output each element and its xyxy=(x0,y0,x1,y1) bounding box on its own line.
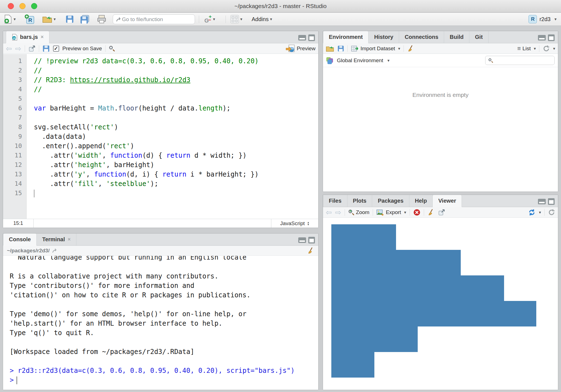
code-line[interactable]: // !preview r2d3 data=c(0.3, 0.6, 0.8, 0… xyxy=(34,56,318,66)
code-editor[interactable]: 123456789101112131415 // !preview r2d3 d… xyxy=(3,54,318,219)
tab-connections[interactable]: Connections xyxy=(399,31,444,43)
tab-build[interactable]: Build xyxy=(444,31,469,43)
code-token: , xyxy=(98,180,106,188)
tab-environment[interactable]: Environment xyxy=(323,31,369,43)
viewer-content[interactable] xyxy=(323,218,558,390)
chart-bar xyxy=(331,301,536,326)
code-line[interactable]: svg.selectAll('rect') xyxy=(34,122,318,132)
export-button[interactable]: Export ▾ xyxy=(376,209,406,216)
project-selector[interactable]: R r2d3 ▾ xyxy=(529,13,557,26)
maximize-pane-icon[interactable] xyxy=(308,34,315,41)
open-file-dropdown-caret[interactable]: ▾ xyxy=(54,17,56,22)
tab-close-icon[interactable]: × xyxy=(68,237,71,242)
tab-terminal[interactable]: Terminal× xyxy=(37,233,76,245)
code-token: 'width' xyxy=(74,152,102,159)
save-all-button[interactable] xyxy=(80,13,89,26)
save-workspace-icon[interactable] xyxy=(337,45,344,52)
version-control-button[interactable]: +−G ▾ xyxy=(204,13,215,26)
global-environment-caret[interactable]: ▾ xyxy=(387,58,390,63)
code-line[interactable]: .attr('y', function(d, i) { return i * b… xyxy=(34,170,318,179)
code-line[interactable]: .attr('fill', 'steelblue'); xyxy=(34,179,318,189)
preview-on-save-checkbox[interactable]: ✓ xyxy=(53,46,59,52)
code-line[interactable]: .attr('height', barHeight) xyxy=(34,160,318,170)
goto-file-function-box[interactable] xyxy=(113,14,195,24)
code-line[interactable]: .enter().append('rect') xyxy=(34,141,318,151)
line-number: 11 xyxy=(3,151,26,160)
zoom-button[interactable]: Zoom xyxy=(348,209,370,215)
popout-icon[interactable] xyxy=(28,45,36,52)
new-project-button[interactable]: R xyxy=(24,13,34,26)
code-line[interactable] xyxy=(34,94,318,104)
preview-button[interactable]: Preview xyxy=(285,44,315,53)
goto-file-function-input[interactable] xyxy=(122,16,186,22)
maximize-pane-icon[interactable] xyxy=(548,198,555,205)
code-line[interactable]: var barHeight = Math.floor(height / data… xyxy=(34,104,318,113)
code-line[interactable]: .data(data) xyxy=(34,132,318,141)
text-cursor xyxy=(34,190,34,197)
workspace-panes-button[interactable]: ▾ xyxy=(231,13,242,26)
clear-environment-icon[interactable] xyxy=(407,45,414,52)
editor-code[interactable]: // !preview r2d3 data=c(0.3, 0.6, 0.8, 0… xyxy=(27,54,318,219)
new-file-button[interactable]: ▾ xyxy=(4,13,16,26)
code-line[interactable] xyxy=(34,189,318,198)
open-file-button[interactable]: ▾ xyxy=(42,13,56,26)
viewer-tabstrip: FilesPlotsPackagesHelpViewer xyxy=(323,195,558,207)
cursor-position[interactable]: 15:1 xyxy=(3,219,34,228)
load-workspace-icon[interactable] xyxy=(326,45,334,52)
list-view-selector[interactable]: ≡ List ▾ xyxy=(517,45,536,52)
maximize-pane-icon[interactable] xyxy=(308,237,315,243)
tab-viewer[interactable]: Viewer xyxy=(433,195,462,207)
remove-viewer-item-icon[interactable] xyxy=(413,209,420,216)
console-line xyxy=(10,338,318,347)
clear-console-icon[interactable] xyxy=(307,247,314,254)
save-icon[interactable] xyxy=(42,45,50,52)
print-button[interactable] xyxy=(97,13,106,26)
minimize-pane-icon[interactable] xyxy=(538,199,546,204)
code-line[interactable]: // xyxy=(34,85,318,94)
code-line[interactable]: // xyxy=(34,66,318,75)
tab-history[interactable]: History xyxy=(369,31,399,43)
project-dropdown-caret[interactable]: ▾ xyxy=(554,17,557,22)
console-output[interactable]: Natural language support but running in … xyxy=(3,256,318,390)
popout-icon[interactable] xyxy=(438,209,445,216)
refresh-icon[interactable] xyxy=(548,209,555,216)
import-dataset-button[interactable]: Import Dataset ▾ xyxy=(351,45,400,52)
minimize-pane-icon[interactable] xyxy=(298,237,306,243)
save-icon xyxy=(66,15,74,23)
back-icon[interactable]: ⇦ xyxy=(6,45,12,52)
maximize-pane-icon[interactable] xyxy=(548,34,555,41)
minimize-pane-icon[interactable] xyxy=(298,35,306,41)
tab-bars-js[interactable]: JS bars.js × xyxy=(6,31,49,43)
forward-icon[interactable]: ⇨ xyxy=(15,45,21,52)
version-control-dropdown-caret[interactable]: ▾ xyxy=(213,17,215,22)
find-replace-icon[interactable] xyxy=(109,46,115,52)
addins-menu[interactable]: Addins ▾ xyxy=(252,13,272,26)
code-line[interactable]: // R2D3: https://rstudio.github.io/r2d3 xyxy=(34,75,318,85)
panes-dropdown-caret[interactable]: ▾ xyxy=(240,17,242,22)
back-icon[interactable]: ⇦ xyxy=(326,209,332,216)
code-line[interactable]: .attr('width', function(d) { return d * … xyxy=(34,151,318,160)
forward-icon[interactable]: ⇨ xyxy=(335,209,341,216)
minimize-pane-icon[interactable] xyxy=(538,35,546,41)
sync-button[interactable]: ▾ xyxy=(528,208,541,216)
tab-console[interactable]: Console xyxy=(3,233,37,246)
tab-packages[interactable]: Packages xyxy=(372,195,409,207)
tab-close-icon[interactable]: × xyxy=(41,34,44,40)
code-line[interactable] xyxy=(34,113,318,122)
tab-plots[interactable]: Plots xyxy=(347,195,372,207)
clear-viewer-icon[interactable] xyxy=(427,209,435,216)
environment-search-box[interactable] xyxy=(485,56,555,65)
new-file-dropdown-caret[interactable]: ▾ xyxy=(14,17,16,22)
tab-files[interactable]: Files xyxy=(323,195,347,207)
status-bar-fill xyxy=(34,219,271,228)
environment-search-input[interactable] xyxy=(495,57,551,63)
addins-dropdown-caret[interactable]: ▾ xyxy=(270,17,272,22)
code-token: return xyxy=(166,152,191,159)
path-popout-icon[interactable] xyxy=(52,248,58,253)
tab-git[interactable]: Git xyxy=(469,31,489,43)
tab-help[interactable]: Help xyxy=(409,195,433,207)
language-selector[interactable]: JavaScript ▲▼ xyxy=(271,219,318,228)
save-button[interactable] xyxy=(66,13,74,26)
global-environment-label[interactable]: Global Environment xyxy=(337,57,383,64)
refresh-environment-button[interactable]: ▾ xyxy=(543,45,555,52)
